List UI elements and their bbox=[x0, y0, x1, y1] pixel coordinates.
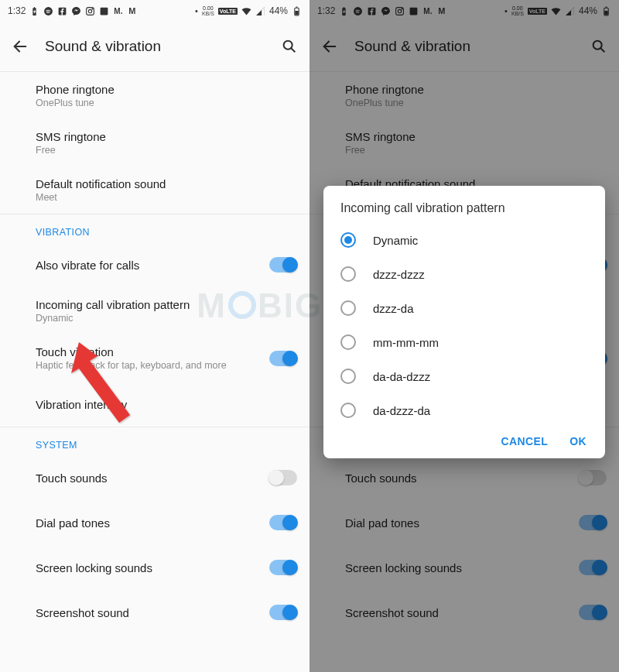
item-incoming-pattern[interactable]: Incoming call vibration pattern Dynamic bbox=[0, 287, 310, 334]
radio-label: Dynamic bbox=[373, 234, 418, 247]
dialog-title: Incoming call vibration pattern bbox=[323, 201, 605, 223]
back-icon[interactable] bbox=[9, 36, 31, 57]
radio-icon bbox=[340, 300, 356, 316]
section-system: SYSTEM bbox=[0, 427, 310, 455]
svg-rect-5 bbox=[101, 7, 108, 15]
item-sub: Free bbox=[36, 145, 106, 156]
radio-option-dzzz-dzzz[interactable]: dzzz-dzzz bbox=[323, 257, 605, 291]
item-title: Screen locking sounds bbox=[36, 561, 152, 574]
radio-option-da-dzzz-da[interactable]: da-dzzz-da bbox=[323, 393, 605, 427]
item-touch-vibration[interactable]: Touch vibration Haptic feedback for tap,… bbox=[0, 334, 310, 382]
toggle-touch-sounds[interactable] bbox=[269, 470, 297, 485]
toggle-dial-pad[interactable] bbox=[269, 515, 297, 530]
item-title: Touch sounds bbox=[36, 471, 108, 485]
instagram-icon bbox=[85, 6, 95, 16]
item-screen-lock[interactable]: Screen locking sounds bbox=[0, 545, 310, 590]
status-dot: • bbox=[195, 6, 198, 15]
item-sub: Dynamic bbox=[36, 313, 190, 324]
radio-icon bbox=[340, 232, 356, 248]
item-title: Dial pad tones bbox=[36, 516, 110, 530]
radio-label: dzzz-dzzz bbox=[373, 268, 425, 281]
item-screenshot[interactable]: Screenshot sound bbox=[0, 590, 310, 635]
battery-percent: 44% bbox=[269, 5, 288, 16]
volte-badge: VoLTE bbox=[218, 8, 238, 15]
status-time: 1:32 bbox=[8, 5, 26, 16]
toggle-screenshot[interactable] bbox=[269, 605, 297, 620]
page-title: Sound & vibration bbox=[45, 38, 265, 55]
item-title: Default notification sound bbox=[36, 177, 166, 190]
svg-point-4 bbox=[92, 8, 93, 9]
item-sub: Haptic feedback for tap, keyboard, and m… bbox=[36, 360, 227, 371]
spotify-icon bbox=[43, 6, 53, 16]
svg-line-11 bbox=[291, 48, 295, 52]
radio-icon bbox=[340, 266, 356, 282]
item-also-vibrate[interactable]: Also vibrate for calls bbox=[0, 242, 310, 287]
messenger-icon bbox=[71, 6, 81, 16]
radio-option-dynamic[interactable]: Dynamic bbox=[323, 223, 605, 257]
radio-option-da-da-dzzz[interactable]: da-da-dzzz bbox=[323, 359, 605, 393]
m-icon-2: M bbox=[127, 6, 137, 16]
radio-label: mm-mm-mm bbox=[373, 336, 439, 349]
item-sms-ringtone[interactable]: SMS ringtone Free bbox=[0, 119, 310, 166]
vibration-pattern-dialog: Incoming call vibration pattern Dynamic … bbox=[323, 186, 605, 458]
radio-option-dzzz-da[interactable]: dzzz-da bbox=[323, 291, 605, 325]
cancel-button[interactable]: CANCEL bbox=[501, 435, 548, 447]
toggle-touch-vibration[interactable] bbox=[269, 351, 297, 366]
app-header: Sound & vibration bbox=[0, 22, 310, 71]
data-speed: 0.00KB/S bbox=[202, 5, 214, 16]
item-title: Also vibrate for calls bbox=[36, 259, 139, 272]
phone-screen-right: 1:32 M. M • 0.00KB/S VoLTE 44% bbox=[310, 0, 619, 672]
item-sub: Meet bbox=[36, 192, 166, 203]
radio-icon bbox=[340, 334, 356, 350]
signal-icon bbox=[255, 6, 265, 16]
radio-icon bbox=[340, 369, 356, 384]
section-vibration: VIBRATION bbox=[0, 214, 310, 242]
phone-screen-left: 1:32 M. M • 0.00KB/S VoLTE 44% bbox=[0, 0, 310, 672]
status-bar: 1:32 M. M • 0.00KB/S VoLTE 44% bbox=[0, 0, 310, 22]
svg-point-10 bbox=[284, 41, 292, 50]
item-title: Touch vibration bbox=[36, 345, 227, 358]
svg-rect-7 bbox=[296, 11, 298, 14]
item-title: Screenshot sound bbox=[36, 606, 129, 619]
item-touch-sounds[interactable]: Touch sounds bbox=[0, 455, 310, 500]
item-default-notification[interactable]: Default notification sound Meet bbox=[0, 166, 310, 214]
toggle-screen-lock[interactable] bbox=[269, 560, 297, 575]
item-title: Phone ringtone bbox=[36, 83, 115, 96]
app-icon bbox=[99, 6, 109, 16]
m-icon: M. bbox=[113, 6, 123, 16]
radio-icon bbox=[340, 403, 356, 418]
ok-button[interactable]: OK bbox=[569, 435, 587, 447]
item-dial-pad[interactable]: Dial pad tones bbox=[0, 500, 310, 545]
radio-label: da-da-dzzz bbox=[373, 370, 430, 383]
item-vibration-intensity[interactable]: Vibration intensity bbox=[0, 382, 310, 427]
battery-charging-icon bbox=[29, 6, 39, 16]
svg-point-3 bbox=[89, 9, 92, 12]
item-title: Incoming call vibration pattern bbox=[36, 298, 190, 311]
radio-label: dzzz-da bbox=[373, 302, 414, 315]
settings-list: Phone ringtone OnePlus tune SMS ringtone… bbox=[0, 72, 310, 635]
item-title: Vibration intensity bbox=[36, 398, 127, 411]
item-title: SMS ringtone bbox=[36, 130, 106, 143]
item-phone-ringtone[interactable]: Phone ringtone OnePlus tune bbox=[0, 72, 310, 119]
facebook-icon bbox=[57, 6, 67, 16]
search-icon[interactable] bbox=[279, 36, 300, 57]
toggle-also-vibrate[interactable] bbox=[269, 257, 297, 273]
item-sub: OnePlus tune bbox=[36, 98, 115, 108]
radio-option-mm-mm-mm[interactable]: mm-mm-mm bbox=[323, 325, 605, 359]
radio-label: da-dzzz-da bbox=[373, 404, 430, 417]
wifi-icon bbox=[241, 6, 251, 16]
battery-icon bbox=[292, 6, 302, 16]
